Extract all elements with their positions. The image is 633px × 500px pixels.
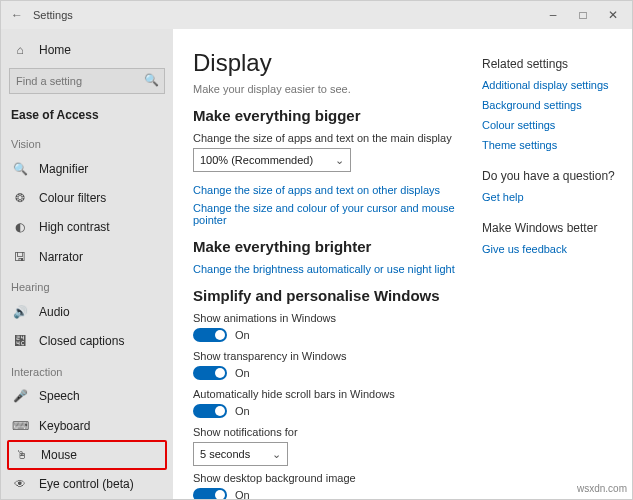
toggle-background-label: Show desktop background image bbox=[193, 472, 456, 484]
sidebar-item-label: Home bbox=[39, 43, 71, 57]
minimize-button[interactable]: – bbox=[538, 1, 568, 29]
toggle-state: On bbox=[235, 367, 250, 379]
link-colour-settings[interactable]: Colour settings bbox=[482, 119, 622, 131]
sidebar-item-label: Narrator bbox=[39, 250, 83, 264]
sidebar-group-interaction: Interaction bbox=[1, 356, 173, 382]
display-size-label: Change the size of apps and text on the … bbox=[193, 132, 456, 144]
sidebar-item-label: Colour filters bbox=[39, 191, 106, 205]
sidebar: ⌂ Home 🔍 Ease of Access Vision 🔍Magnifie… bbox=[1, 29, 173, 499]
search-box[interactable]: 🔍 bbox=[9, 68, 165, 94]
sidebar-group-main: Ease of Access bbox=[1, 100, 173, 128]
link-background-settings[interactable]: Background settings bbox=[482, 99, 622, 111]
related-settings-head: Related settings bbox=[482, 57, 622, 71]
right-rail: Related settings Additional display sett… bbox=[472, 29, 632, 499]
narrator-icon: 🖫 bbox=[11, 250, 29, 264]
link-get-help[interactable]: Get help bbox=[482, 191, 622, 203]
sidebar-item-speech[interactable]: 🎤Speech bbox=[1, 382, 173, 411]
link-feedback[interactable]: Give us feedback bbox=[482, 243, 622, 255]
notifications-label: Show notifications for bbox=[193, 426, 456, 438]
link-additional-display[interactable]: Additional display settings bbox=[482, 79, 622, 91]
chevron-down-icon: ⌄ bbox=[272, 448, 281, 461]
link-night-light[interactable]: Change the brightness automatically or u… bbox=[193, 263, 456, 275]
question-head: Do you have a question? bbox=[482, 169, 622, 183]
sidebar-item-label: Audio bbox=[39, 305, 70, 319]
display-size-select[interactable]: 100% (Recommended) ⌄ bbox=[193, 148, 351, 172]
magnifier-icon: 🔍 bbox=[11, 162, 29, 176]
sidebar-item-label: Keyboard bbox=[39, 419, 90, 433]
titlebar: ← Settings – □ ✕ bbox=[1, 1, 632, 29]
sidebar-item-narrator[interactable]: 🖫Narrator bbox=[1, 242, 173, 271]
toggle-transparency[interactable] bbox=[193, 366, 227, 380]
high-contrast-icon: ◐ bbox=[11, 220, 29, 234]
sidebar-item-home[interactable]: ⌂ Home bbox=[1, 35, 173, 64]
sidebar-item-high-contrast[interactable]: ◐High contrast bbox=[1, 213, 173, 242]
toggle-state: On bbox=[235, 329, 250, 341]
sidebar-item-label: High contrast bbox=[39, 220, 110, 234]
sidebar-item-keyboard[interactable]: ⌨Keyboard bbox=[1, 411, 173, 440]
sidebar-item-eye-control[interactable]: 👁Eye control (beta) bbox=[1, 470, 173, 499]
search-input[interactable] bbox=[9, 68, 165, 94]
captions-icon: ⑌ bbox=[11, 334, 29, 348]
link-theme-settings[interactable]: Theme settings bbox=[482, 139, 622, 151]
mouse-icon: 🖱 bbox=[13, 448, 31, 462]
toggle-scrollbars-label: Automatically hide scroll bars in Window… bbox=[193, 388, 456, 400]
sidebar-item-closed-captions[interactable]: ⑌Closed captions bbox=[1, 327, 173, 356]
toggle-animations[interactable] bbox=[193, 328, 227, 342]
close-button[interactable]: ✕ bbox=[598, 1, 628, 29]
sidebar-group-vision: Vision bbox=[1, 128, 173, 154]
main-content: Display Make your display easier to see.… bbox=[173, 29, 472, 499]
section-brighter-title: Make everything brighter bbox=[193, 238, 456, 255]
link-text-other-displays[interactable]: Change the size of apps and text on othe… bbox=[193, 184, 456, 196]
sidebar-item-label: Speech bbox=[39, 389, 80, 403]
page-description: Make your display easier to see. bbox=[193, 83, 456, 95]
search-icon: 🔍 bbox=[144, 73, 159, 87]
sidebar-item-audio[interactable]: 🔊Audio bbox=[1, 297, 173, 326]
toggle-state: On bbox=[235, 405, 250, 417]
back-button[interactable]: ← bbox=[5, 8, 29, 22]
sidebar-item-label: Magnifier bbox=[39, 162, 88, 176]
toggle-scrollbars[interactable] bbox=[193, 404, 227, 418]
keyboard-icon: ⌨ bbox=[11, 419, 29, 433]
window-title: Settings bbox=[33, 9, 73, 21]
notifications-select[interactable]: 5 seconds ⌄ bbox=[193, 442, 288, 466]
select-value: 5 seconds bbox=[200, 448, 250, 460]
eye-icon: 👁 bbox=[11, 477, 29, 491]
speech-icon: 🎤 bbox=[11, 389, 29, 403]
toggle-transparency-label: Show transparency in Windows bbox=[193, 350, 456, 362]
link-cursor-pointer[interactable]: Change the size and colour of your curso… bbox=[193, 202, 456, 226]
home-icon: ⌂ bbox=[11, 43, 29, 57]
toggle-animations-label: Show animations in Windows bbox=[193, 312, 456, 324]
sidebar-item-magnifier[interactable]: 🔍Magnifier bbox=[1, 154, 173, 183]
maximize-button[interactable]: □ bbox=[568, 1, 598, 29]
better-head: Make Windows better bbox=[482, 221, 622, 235]
sidebar-item-mouse[interactable]: 🖱Mouse bbox=[7, 440, 167, 469]
chevron-down-icon: ⌄ bbox=[335, 154, 344, 167]
page-title: Display bbox=[193, 49, 456, 77]
select-value: 100% (Recommended) bbox=[200, 154, 313, 166]
audio-icon: 🔊 bbox=[11, 305, 29, 319]
section-bigger-title: Make everything bigger bbox=[193, 107, 456, 124]
section-simplify-title: Simplify and personalise Windows bbox=[193, 287, 456, 304]
toggle-background[interactable] bbox=[193, 488, 227, 499]
watermark: wsxdn.com bbox=[577, 483, 627, 494]
sidebar-item-label: Mouse bbox=[41, 448, 77, 462]
sidebar-item-label: Eye control (beta) bbox=[39, 477, 134, 491]
toggle-state: On bbox=[235, 489, 250, 499]
sidebar-item-label: Closed captions bbox=[39, 334, 124, 348]
sidebar-group-hearing: Hearing bbox=[1, 271, 173, 297]
colour-filters-icon: ❂ bbox=[11, 191, 29, 205]
sidebar-item-colour-filters[interactable]: ❂Colour filters bbox=[1, 184, 173, 213]
